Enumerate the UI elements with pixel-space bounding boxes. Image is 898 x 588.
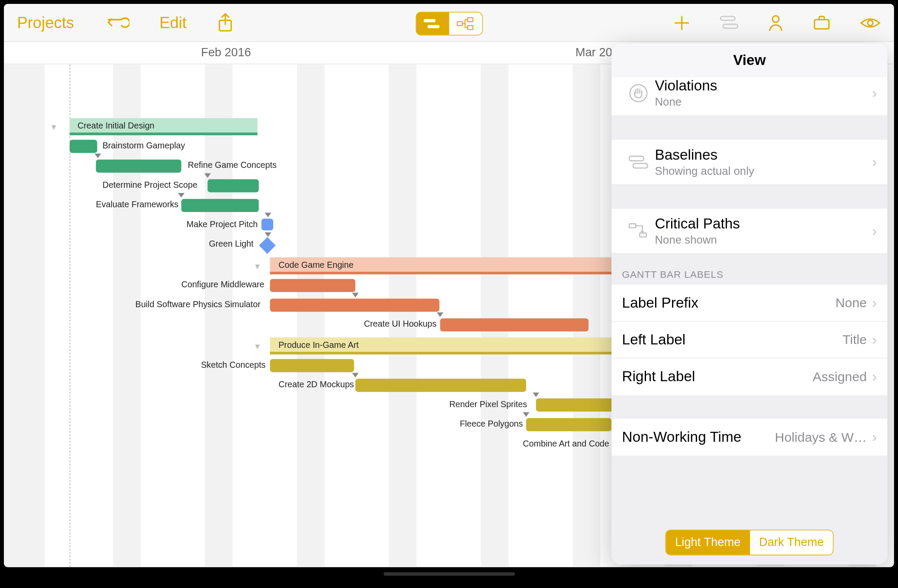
view-mode-segment[interactable] [416, 12, 483, 35]
chevron-right-icon: › [872, 429, 877, 446]
task-bar[interactable] [181, 199, 259, 212]
row-subtitle: None shown [655, 234, 872, 247]
row-subtitle: None [655, 96, 872, 109]
projects-button[interactable]: Projects [17, 13, 74, 32]
task-bar[interactable] [96, 160, 181, 173]
baselines-row[interactable]: Baselines Showing actual only › [611, 140, 887, 185]
violations-row[interactable]: Violations None › [611, 77, 887, 116]
svg-rect-7 [723, 24, 737, 28]
svg-rect-6 [720, 16, 735, 20]
row-title: Label Prefix [622, 294, 836, 311]
task-bar[interactable] [70, 140, 97, 153]
row-title: Critical Paths [655, 215, 872, 232]
add-button[interactable] [673, 14, 690, 31]
svg-rect-3 [457, 22, 462, 26]
task-label: Brainstorm Gameplay [103, 141, 185, 151]
task-label: Build Software Physics Simulator [136, 299, 261, 309]
task-bar[interactable] [270, 279, 355, 292]
task-bar[interactable] [440, 318, 588, 331]
task-label: Produce In-Game Art [278, 340, 359, 350]
svg-rect-14 [629, 224, 636, 228]
task-label: Combine Art and Code [523, 438, 610, 448]
chevron-right-icon: › [872, 222, 877, 239]
task-bar[interactable] [355, 379, 526, 392]
svg-rect-2 [427, 25, 439, 29]
task-label: Make Project Pitch [187, 219, 258, 229]
svg-point-11 [630, 85, 647, 102]
chevron-right-icon: › [872, 154, 877, 170]
task-bar[interactable] [207, 179, 258, 192]
disclosure-icon[interactable]: ▼ [50, 123, 58, 132]
row-value: Holidays & W… [775, 430, 867, 445]
svg-rect-5 [467, 26, 472, 29]
left-label-row[interactable]: Left Label Title › [611, 321, 887, 358]
row-title: Violations [655, 77, 872, 94]
chevron-right-icon: › [872, 85, 877, 102]
task-label: Configure Middleware [181, 280, 265, 289]
row-subtitle: Showing actual only [655, 165, 872, 178]
task-label: Determine Project Scope [103, 180, 197, 190]
row-value: Assigned [813, 369, 867, 384]
non-working-time-row[interactable]: Non-Working Time Holidays & W… › [611, 419, 887, 456]
edit-button[interactable]: Edit [159, 13, 187, 32]
hand-icon [622, 84, 655, 103]
task-label: Green Light [209, 239, 253, 249]
svg-rect-12 [629, 156, 643, 161]
popover-title: View [611, 43, 887, 77]
row-title: Non-Working Time [622, 429, 775, 446]
task-label: Evaluate Frameworks [96, 199, 178, 209]
share-icon[interactable] [217, 12, 234, 33]
row-title: Baselines [655, 146, 872, 163]
right-label-row[interactable]: Right Label Assigned › [611, 358, 887, 395]
section-header: GANTT BAR LABELS [611, 254, 887, 285]
milestone[interactable] [262, 218, 273, 230]
disclosure-icon[interactable]: ▼ [254, 262, 262, 271]
task-bar[interactable] [270, 299, 439, 312]
network-mode-icon[interactable] [449, 13, 482, 35]
eye-icon[interactable] [860, 16, 881, 29]
task-label: Sketch Concepts [201, 360, 265, 370]
view-popover: View Violations None › [611, 43, 887, 564]
dark-theme-button[interactable]: Dark Theme [750, 530, 833, 555]
svg-rect-13 [633, 164, 647, 168]
svg-point-8 [772, 16, 779, 22]
briefcase-icon[interactable] [813, 15, 831, 31]
task-label: Create UI Hookups [364, 319, 436, 329]
task-label: Create 2D Mockups [278, 379, 354, 389]
row-value: Title [843, 332, 867, 347]
svg-rect-9 [814, 20, 829, 29]
task-bar[interactable] [270, 359, 354, 372]
svg-rect-4 [467, 18, 472, 22]
task-label: Code Game Engine [278, 260, 353, 270]
row-value: None [835, 296, 867, 311]
task-bar[interactable] [526, 418, 611, 431]
month-label: Feb 2016 [201, 46, 251, 60]
disclosure-icon[interactable]: ▼ [254, 342, 262, 351]
svg-rect-1 [423, 19, 435, 22]
home-indicator [383, 572, 514, 576]
chevron-right-icon: › [872, 331, 877, 348]
gantt-mode-icon[interactable] [416, 13, 449, 35]
theme-segment[interactable]: Light Theme Dark Theme [665, 530, 833, 555]
svg-rect-15 [640, 233, 646, 237]
baselines-icon [622, 155, 655, 169]
critical-paths-row[interactable]: Critical Paths None shown › [611, 209, 887, 254]
label-prefix-row[interactable]: Label Prefix None › [611, 285, 887, 321]
light-theme-button[interactable]: Light Theme [666, 530, 750, 555]
row-title: Right Label [622, 368, 813, 385]
chevron-right-icon: › [872, 368, 877, 385]
undo-button[interactable] [104, 13, 129, 32]
toolbar: Projects Edit [4, 4, 894, 42]
task-label: Refine Game Concepts [188, 160, 277, 170]
task-label: Fleece Polygons [460, 419, 523, 429]
chevron-right-icon: › [872, 294, 877, 311]
person-icon[interactable] [768, 14, 783, 32]
critical-path-icon [622, 222, 655, 239]
task-label: Create Initial Design [78, 121, 155, 131]
task-label: Render Pixel Sprites [449, 399, 527, 409]
tasks-icon[interactable] [719, 15, 739, 31]
svg-point-10 [868, 20, 873, 26]
row-title: Left Label [622, 331, 843, 348]
milestone-diamond[interactable] [259, 237, 276, 254]
